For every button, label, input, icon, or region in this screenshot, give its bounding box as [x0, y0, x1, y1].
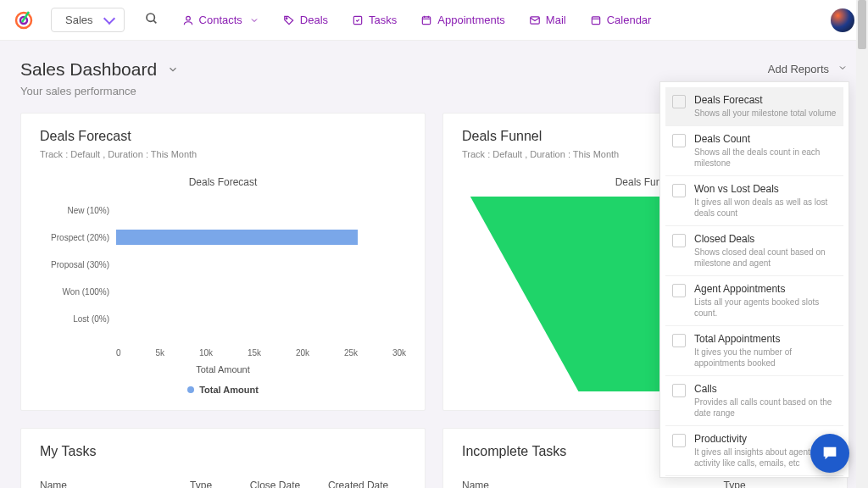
option-desc: It gives you the number of appointments … [694, 347, 837, 369]
tag-icon [283, 14, 295, 26]
svg-rect-8 [423, 16, 431, 24]
legend-dot-icon [187, 386, 194, 393]
add-reports-dropdown: Deals ForecastShows all your milestone t… [659, 81, 849, 478]
x-tick: 25k [344, 348, 358, 358]
nav-items: Contacts Deals Tasks Appointments Mail C… [182, 14, 652, 26]
col-type[interactable]: Type [724, 480, 828, 488]
checkbox[interactable] [672, 134, 686, 147]
nav-label: Calendar [607, 14, 652, 26]
svg-rect-13 [592, 16, 599, 24]
option-desc: It gives all won deals as well as lost d… [694, 197, 837, 219]
checkbox[interactable] [672, 334, 686, 347]
search-icon[interactable] [145, 12, 159, 29]
option-desc: Shows all the deals count in each milest… [694, 147, 837, 169]
report-option[interactable]: Deals CountShows all the deals count in … [665, 126, 843, 176]
task-icon [352, 14, 364, 26]
nav-tasks[interactable]: Tasks [352, 14, 397, 26]
nav-contacts[interactable]: Contacts [182, 14, 259, 26]
svg-line-4 [153, 20, 156, 23]
chevron-down-icon [167, 64, 179, 75]
card-title: My Tasks [40, 444, 406, 459]
bar[interactable] [116, 230, 358, 245]
chat-fab[interactable] [810, 434, 849, 473]
option-title: Total Appointments [694, 333, 837, 345]
col-name[interactable]: Name [462, 480, 724, 488]
report-option[interactable]: Sales Performance [665, 476, 843, 478]
app-logo[interactable] [14, 10, 34, 30]
table-header: Name Type Close Date Created Date [40, 480, 406, 488]
nav-deals[interactable]: Deals [283, 14, 328, 26]
x-tick: 5k [155, 348, 164, 358]
y-axis-label: Won (100%) [40, 287, 116, 297]
svg-point-3 [147, 14, 154, 21]
nav-label: Mail [546, 14, 566, 26]
checkbox[interactable] [672, 434, 686, 447]
col-name[interactable]: Name [40, 480, 190, 488]
card-title: Deals Forecast [40, 129, 406, 144]
x-tick: 0 [116, 348, 121, 358]
x-tick: 15k [248, 348, 261, 358]
scrollbar[interactable] [856, 0, 868, 488]
x-tick: 20k [296, 348, 309, 358]
top-nav: Sales Contacts Deals Tasks Appointments … [0, 0, 868, 41]
x-tick: 10k [199, 348, 213, 358]
checkbox[interactable] [672, 234, 686, 247]
report-option[interactable]: Agent AppointmentsLists all your agents … [665, 276, 843, 326]
chart-row: Won (100%) [40, 278, 406, 305]
option-desc: Shows closed deal count based on milesto… [694, 247, 837, 269]
table-header: Name Type [462, 480, 828, 488]
checkbox[interactable] [672, 184, 686, 197]
add-reports-button[interactable]: Add Reports [768, 59, 848, 75]
checkbox[interactable] [672, 95, 686, 108]
report-option[interactable]: CallsProvides all calls count based on t… [665, 376, 843, 426]
y-axis-label: Lost (0%) [40, 314, 116, 324]
option-desc: Shows all your milestone total volume [694, 108, 837, 119]
nav-mail[interactable]: Mail [529, 14, 566, 26]
add-reports-label: Add Reports [768, 63, 829, 75]
report-option[interactable]: Deals ForecastShows all your milestone t… [665, 87, 843, 126]
my-tasks-card: My Tasks Name Type Close Date Created Da… [20, 428, 426, 488]
option-desc: Provides all calls count based on the da… [694, 396, 837, 419]
nav-calendar[interactable]: Calendar [590, 14, 652, 26]
col-type[interactable]: Type [190, 480, 250, 488]
report-option[interactable]: Won vs Lost DealsIt gives all won deals … [665, 176, 843, 226]
y-axis-label: Prospect (20%) [40, 233, 116, 242]
mail-icon [529, 14, 541, 26]
checkbox[interactable] [672, 284, 686, 297]
nav-appointments[interactable]: Appointments [420, 14, 505, 26]
chart-row: Prospect (20%) [40, 224, 406, 251]
card-meta: Track : Default , Duration : This Month [40, 149, 406, 159]
col-close-date[interactable]: Close Date [250, 480, 328, 488]
option-title: Calls [694, 383, 837, 395]
report-option[interactable]: Total AppointmentsIt gives you the numbe… [665, 326, 843, 376]
option-title: Closed Deals [694, 233, 837, 245]
y-axis-label: New (10%) [40, 206, 116, 215]
chevron-down-icon [249, 15, 259, 25]
module-selector[interactable]: Sales [51, 8, 125, 32]
svg-point-6 [286, 17, 287, 19]
nav-label: Contacts [199, 14, 242, 26]
option-title: Deals Count [694, 133, 837, 145]
chart-row: New (10%) [40, 197, 406, 224]
user-icon [182, 14, 194, 26]
checkbox[interactable] [672, 384, 686, 397]
calendar-icon [590, 14, 602, 26]
scrollbar-thumb[interactable] [858, 0, 866, 49]
nav-label: Tasks [369, 14, 397, 26]
deals-forecast-card: Deals Forecast Track : Default , Duratio… [20, 113, 426, 411]
chevron-down-icon [837, 63, 848, 75]
chart-title: Deals Forecast [40, 176, 406, 188]
report-option[interactable]: Closed DealsShows closed deal count base… [665, 226, 843, 276]
option-title: Agent Appointments [694, 283, 837, 295]
page-subtitle: Your sales performance [20, 85, 179, 97]
chart-legend: Total Amount [40, 385, 406, 395]
col-created-date[interactable]: Created Date [328, 480, 406, 488]
page-title-text: Sales Dashboard [20, 59, 157, 80]
page-title[interactable]: Sales Dashboard [20, 59, 179, 80]
option-title: Deals Forecast [694, 94, 837, 106]
x-tick: 30k [392, 348, 406, 358]
x-axis-label: Total Amount [40, 364, 406, 374]
avatar[interactable] [831, 8, 854, 32]
nav-label: Deals [300, 14, 328, 26]
nav-label: Appointments [437, 14, 505, 26]
